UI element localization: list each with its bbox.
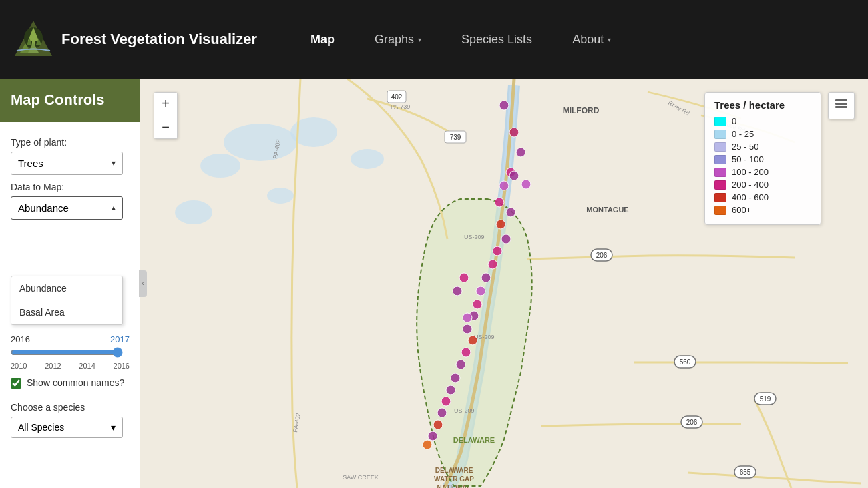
legend-title: Trees / hectare: [714, 99, 811, 111]
zoom-out-button[interactable]: −: [154, 115, 177, 138]
species-dropdown[interactable]: All Species ▾: [11, 417, 123, 438]
svg-text:US-209: US-209: [474, 334, 495, 340]
svg-text:PA-739: PA-739: [391, 103, 410, 110]
legend-item: 0: [714, 116, 811, 126]
svg-text:MONTAGUE: MONTAGUE: [586, 206, 628, 214]
choose-species-label: Choose a species: [11, 402, 130, 413]
svg-point-13: [351, 149, 384, 169]
dropdown-option-abundance[interactable]: Abundance: [11, 276, 122, 300]
legend-item: 200 - 400: [714, 180, 811, 190]
legend: Trees / hectare 00 - 2525 - 5050 - 10010…: [704, 92, 821, 225]
nav-map[interactable]: Map: [290, 26, 355, 53]
svg-point-11: [200, 154, 240, 178]
svg-text:MILFORD: MILFORD: [563, 106, 600, 115]
year-tick-2010: 2010: [11, 362, 27, 370]
svg-text:WATER GAP: WATER GAP: [434, 475, 474, 483]
svg-text:DELAWARE: DELAWARE: [435, 467, 473, 474]
zoom-controls: + −: [154, 92, 178, 139]
main-nav: Map Graphs ▾ Species Lists About ▾: [290, 26, 631, 53]
legend-label: 600+: [732, 205, 751, 215]
legend-swatch: [714, 142, 726, 152]
nav-graphs[interactable]: Graphs ▾: [355, 26, 441, 53]
legend-swatch: [714, 155, 726, 164]
svg-point-10: [224, 124, 297, 161]
svg-rect-83: [835, 106, 847, 108]
legend-item: 25 - 50: [714, 142, 811, 152]
type-of-plant-label: Type of plant:: [11, 137, 130, 148]
legend-swatch: [714, 117, 726, 126]
svg-text:206: 206: [686, 419, 698, 426]
type-of-plant-value: Trees: [18, 158, 43, 169]
type-of-plant-dropdown[interactable]: Trees ▾: [11, 152, 123, 175]
map-controls-header: Map Controls: [0, 79, 140, 122]
data-to-map-dropdown[interactable]: Abundance ▴: [11, 196, 123, 220]
year-ticks: 2010 2012 2014 2016: [11, 362, 130, 370]
legend-swatch: [714, 168, 726, 177]
data-dropdown-menu: Abundance Basal Area: [11, 276, 123, 325]
svg-text:739: 739: [450, 134, 461, 141]
type-of-plant-caret: ▾: [112, 158, 116, 168]
svg-text:DELAWARE: DELAWARE: [453, 436, 495, 444]
legend-label: 200 - 400: [732, 180, 769, 190]
sidebar: Map Controls Type of plant: Trees ▾ Data…: [0, 79, 140, 488]
layer-button[interactable]: [828, 92, 855, 119]
nav-about[interactable]: About ▾: [552, 26, 631, 53]
legend-label: 100 - 200: [732, 167, 769, 177]
layers-icon: [834, 97, 849, 111]
logo-area: Forest Vegetation Visualizer: [13, 19, 257, 59]
data-to-map-caret: ▴: [112, 203, 116, 212]
svg-point-14: [175, 200, 212, 224]
svg-text:655: 655: [740, 469, 751, 476]
svg-rect-85: [835, 99, 847, 101]
species-caret: ▾: [111, 422, 116, 433]
svg-text:US-209: US-209: [454, 407, 475, 414]
svg-text:402: 402: [391, 93, 403, 101]
graphs-caret: ▾: [418, 36, 421, 43]
svg-text:206: 206: [596, 252, 608, 259]
sidebar-content: Type of plant: Trees ▾ Data to Map: Abun…: [0, 122, 140, 228]
year-area: 2016 2017 2010 2012 2014 2016: [0, 334, 140, 370]
legend-label: 50 - 100: [732, 154, 764, 164]
legend-label: 400 - 600: [732, 192, 769, 202]
species-value: All Species: [18, 422, 64, 433]
map-container[interactable]: PA-402 PA-739 PA-402 402 US-209 US-209 U…: [140, 79, 868, 488]
about-caret: ▾: [608, 36, 611, 43]
legend-item: 0 - 25: [714, 129, 811, 139]
show-common-names-label: Show common names?: [27, 377, 124, 389]
data-to-map-value: Abundance: [18, 202, 69, 214]
svg-rect-84: [835, 103, 847, 105]
legend-label: 25 - 50: [732, 142, 758, 152]
year-tick-2012: 2012: [45, 362, 61, 370]
year-display: 2016 2017: [11, 334, 130, 344]
zoom-in-button[interactable]: +: [154, 93, 177, 115]
svg-point-15: [267, 188, 294, 204]
main-content: Map Controls Type of plant: Trees ▾ Data…: [0, 79, 868, 488]
legend-item: 100 - 200: [714, 167, 811, 177]
legend-swatch: [714, 193, 726, 202]
app-title: Forest Vegetation Visualizer: [61, 31, 257, 48]
year-to: 2017: [110, 334, 130, 344]
legend-item: 600+: [714, 205, 811, 215]
svg-text:519: 519: [760, 395, 771, 403]
legend-swatch: [714, 180, 726, 190]
legend-swatch: [714, 206, 726, 215]
legend-item: 50 - 100: [714, 154, 811, 164]
legend-item: 400 - 600: [714, 192, 811, 202]
show-common-names-checkbox[interactable]: [11, 378, 21, 389]
app-header: Forest Vegetation Visualizer Map Graphs …: [0, 0, 868, 79]
data-to-map-label: Data to Map:: [11, 182, 130, 192]
svg-text:SAW CREEK: SAW CREEK: [343, 474, 379, 481]
year-slider[interactable]: [11, 347, 123, 358]
nps-logo: [13, 19, 53, 59]
svg-text:560: 560: [680, 358, 691, 366]
sidebar-collapse-handle[interactable]: ‹: [139, 270, 147, 297]
year-tick-2016: 2016: [114, 362, 130, 370]
dropdown-option-basal-area[interactable]: Basal Area: [11, 300, 122, 324]
year-from: 2016: [11, 334, 30, 344]
svg-text:US-209: US-209: [464, 234, 485, 240]
nav-species-lists[interactable]: Species Lists: [441, 26, 552, 53]
legend-label: 0 - 25: [732, 129, 754, 139]
species-area: Choose a species All Species ▾: [0, 389, 140, 438]
common-names-area: Show common names?: [0, 370, 140, 389]
year-tick-2014: 2014: [79, 362, 95, 370]
